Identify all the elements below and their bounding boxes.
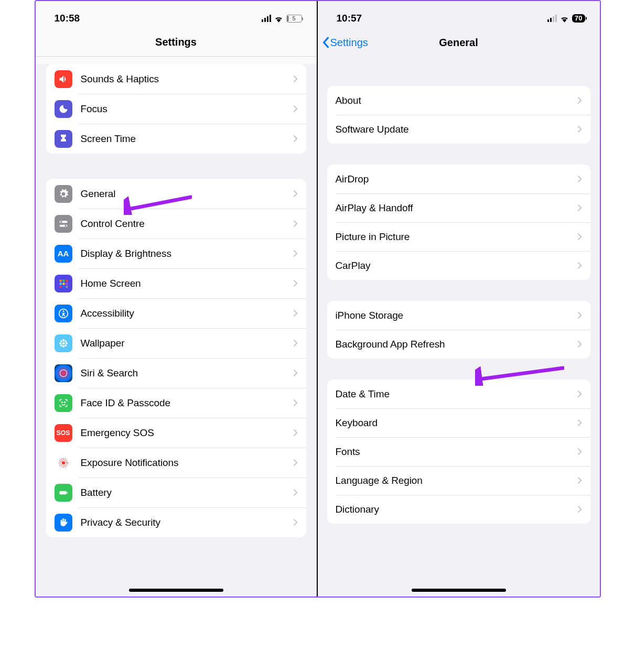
chevron-right-icon xyxy=(293,489,298,496)
chevron-right-icon xyxy=(293,339,298,347)
row-storage[interactable]: iPhone Storage xyxy=(327,301,590,330)
row-label: Battery xyxy=(81,487,293,498)
row-carplay[interactable]: CarPlay xyxy=(327,251,590,280)
row-sounds[interactable]: Sounds & Haptics xyxy=(46,64,306,94)
svg-point-15 xyxy=(62,342,64,344)
row-update[interactable]: Software Update xyxy=(327,115,590,144)
row-label: About xyxy=(336,95,577,106)
row-fonts[interactable]: Fonts xyxy=(327,437,590,466)
back-label: Settings xyxy=(330,37,368,49)
svg-rect-8 xyxy=(62,283,64,285)
row-homescreen[interactable]: Home Screen xyxy=(46,268,306,298)
row-sos[interactable]: SOS Emergency SOS xyxy=(46,418,306,448)
svg-rect-4 xyxy=(59,279,61,281)
svg-point-20 xyxy=(60,340,62,342)
row-label: Focus xyxy=(81,103,293,115)
cellular-signal-icon xyxy=(547,15,557,22)
home-indicator xyxy=(412,589,506,592)
home-indicator xyxy=(129,589,223,592)
row-label: Screen Time xyxy=(81,133,293,145)
row-label: Wallpaper xyxy=(81,338,293,349)
row-accessibility[interactable]: Accessibility xyxy=(46,298,306,328)
row-label: Background App Refresh xyxy=(336,339,577,350)
row-label: Keyboard xyxy=(336,417,577,429)
speaker-icon xyxy=(55,70,72,88)
chevron-right-icon xyxy=(577,448,582,456)
row-datetime[interactable]: Date & Time xyxy=(327,380,590,408)
row-language[interactable]: Language & Region xyxy=(327,466,590,495)
row-exposure[interactable]: Exposure Notifications xyxy=(46,448,306,478)
svg-point-18 xyxy=(59,342,61,344)
chevron-right-icon xyxy=(293,459,298,467)
settings-group: Date & Time Keyboard Fonts Language & Re… xyxy=(327,380,590,524)
row-focus[interactable]: Focus xyxy=(46,94,306,124)
chevron-right-icon xyxy=(293,518,298,526)
row-siri[interactable]: Siri & Search xyxy=(46,358,306,388)
row-label: Privacy & Security xyxy=(81,517,293,528)
chevron-right-icon xyxy=(577,233,582,241)
back-button[interactable]: Settings xyxy=(322,28,368,57)
row-controlcentre[interactable]: Control Centre xyxy=(46,209,306,239)
face-icon xyxy=(55,394,72,412)
chevron-right-icon xyxy=(293,190,298,198)
chevron-right-icon xyxy=(293,309,298,317)
row-label: Siri & Search xyxy=(81,367,293,379)
row-screentime[interactable]: Screen Time xyxy=(46,124,306,154)
chevron-right-icon xyxy=(293,220,298,227)
row-privacy[interactable]: Privacy & Security xyxy=(46,507,306,537)
chevron-right-icon xyxy=(577,505,582,513)
row-label: Sounds & Haptics xyxy=(81,73,293,85)
row-label: Dictionary xyxy=(336,504,577,515)
toggles-icon xyxy=(55,215,72,233)
chevron-right-icon xyxy=(577,125,582,133)
row-label: General xyxy=(81,188,293,200)
row-dict[interactable]: Dictionary xyxy=(327,495,590,524)
row-battery[interactable]: Battery xyxy=(46,478,306,507)
chevron-right-icon xyxy=(293,279,298,287)
chevron-right-icon xyxy=(577,96,582,104)
row-general[interactable]: General xyxy=(46,179,306,209)
cellular-signal-icon xyxy=(262,15,271,22)
row-label: Home Screen xyxy=(81,278,293,289)
aa-icon: AA xyxy=(55,245,72,263)
gear-icon xyxy=(55,185,72,203)
svg-point-17 xyxy=(62,345,64,347)
status-bar: 10:57 70 xyxy=(318,1,600,28)
row-airdrop[interactable]: AirDrop xyxy=(327,165,590,193)
row-label: Display & Brightness xyxy=(81,248,293,259)
nav-bar: Settings General xyxy=(318,28,600,57)
row-airplay[interactable]: AirPlay & Handoff xyxy=(327,193,590,222)
svg-rect-7 xyxy=(59,283,61,285)
row-pip[interactable]: Picture in Picture xyxy=(327,222,590,251)
svg-rect-6 xyxy=(66,279,68,281)
chevron-right-icon xyxy=(293,399,298,407)
chevron-right-icon xyxy=(577,340,582,348)
row-wallpaper[interactable]: Wallpaper xyxy=(46,328,306,358)
row-label: AirDrop xyxy=(336,174,577,185)
page-title: General xyxy=(439,37,478,49)
chevron-right-icon xyxy=(577,419,582,427)
row-about[interactable]: About xyxy=(327,86,590,115)
svg-point-16 xyxy=(62,339,64,341)
row-display[interactable]: AA Display & Brightness xyxy=(46,239,306,268)
settings-group: Sounds & Haptics Focus Screen Time xyxy=(46,64,306,154)
row-faceid[interactable]: Face ID & Passcode xyxy=(46,388,306,418)
svg-point-25 xyxy=(61,402,62,403)
svg-rect-10 xyxy=(59,286,61,288)
chevron-right-icon xyxy=(293,135,298,143)
row-label: CarPlay xyxy=(336,260,577,272)
svg-rect-31 xyxy=(67,492,68,493)
svg-rect-5 xyxy=(62,279,64,281)
svg-rect-11 xyxy=(62,286,64,288)
moon-icon xyxy=(55,100,72,118)
row-label: AirPlay & Handoff xyxy=(336,202,577,214)
row-refresh[interactable]: Background App Refresh xyxy=(327,330,590,359)
svg-point-2 xyxy=(60,221,62,222)
row-keyboard[interactable]: Keyboard xyxy=(327,408,590,437)
sos-icon: SOS xyxy=(55,424,72,442)
row-label: Face ID & Passcode xyxy=(81,397,293,409)
svg-rect-30 xyxy=(59,491,66,494)
chevron-right-icon xyxy=(577,262,582,269)
row-label: Emergency SOS xyxy=(81,427,293,439)
exposure-icon xyxy=(55,454,72,472)
